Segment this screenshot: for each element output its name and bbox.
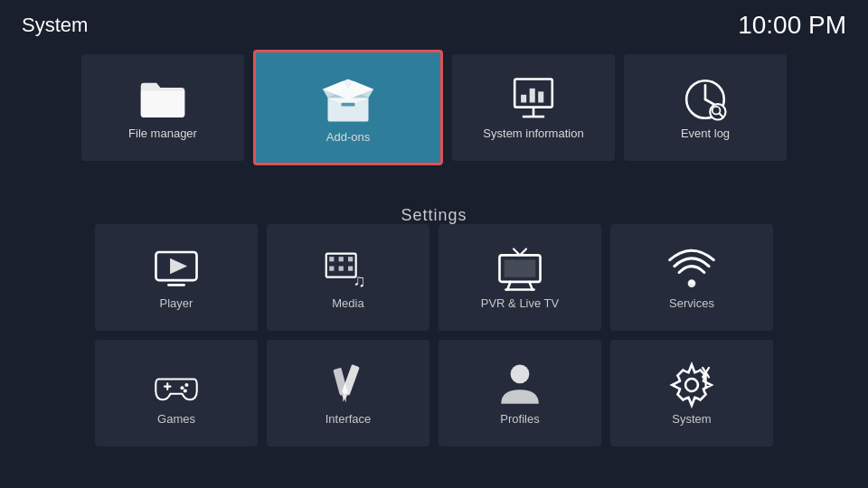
- gamepad-icon: [153, 361, 200, 408]
- svg-rect-21: [339, 266, 344, 270]
- add-ons-label: Add-ons: [326, 130, 370, 144]
- tv-icon: [496, 246, 543, 293]
- media-label: Media: [332, 296, 363, 310]
- profiles-label: Profiles: [500, 412, 539, 426]
- top-row: File manager Add-ons: [0, 50, 868, 165]
- tile-system[interactable]: System: [610, 340, 773, 446]
- system-information-label: System information: [483, 127, 583, 140]
- top-bar: System 10:00 PM: [0, 0, 868, 51]
- file-manager-label: File manager: [128, 127, 197, 140]
- grid-row-2: Games Interface Profiles Syste: [0, 340, 868, 446]
- tile-event-log[interactable]: Event log: [624, 54, 787, 161]
- tile-system-information[interactable]: System information: [452, 54, 615, 161]
- grid-row-1: Player ♫ Media: [0, 224, 868, 331]
- event-log-label: Event log: [681, 127, 730, 140]
- svg-rect-2: [521, 94, 526, 102]
- interface-label: Interface: [326, 412, 372, 426]
- section-label: Settings: [0, 206, 868, 225]
- box-icon: [321, 72, 375, 127]
- tile-pvr[interactable]: PVR & Live TV: [439, 224, 601, 331]
- tile-profiles[interactable]: Profiles: [439, 340, 601, 446]
- player-label: Player: [160, 296, 193, 310]
- play-icon: [153, 246, 200, 293]
- folder-icon: [139, 76, 186, 123]
- tile-file-manager[interactable]: File manager: [81, 54, 244, 161]
- tile-interface[interactable]: Interface: [267, 340, 429, 446]
- games-label: Games: [157, 412, 195, 426]
- tile-add-ons[interactable]: Add-ons: [253, 50, 443, 165]
- media-icon: ♫: [325, 246, 372, 293]
- svg-rect-20: [329, 266, 334, 270]
- svg-marker-14: [170, 258, 187, 273]
- svg-text:♫: ♫: [353, 271, 365, 290]
- svg-rect-0: [342, 102, 355, 106]
- wifi-icon: [668, 246, 715, 293]
- person-icon: [496, 361, 543, 408]
- svg-point-35: [180, 386, 184, 389]
- svg-rect-18: [339, 257, 344, 261]
- svg-rect-17: [329, 257, 334, 261]
- tile-games[interactable]: Games: [95, 340, 258, 446]
- clock-icon: [682, 76, 729, 123]
- tile-player[interactable]: Player: [95, 224, 258, 331]
- svg-rect-22: [348, 266, 353, 270]
- tile-media[interactable]: ♫ Media: [267, 224, 429, 331]
- svg-rect-27: [505, 259, 536, 277]
- svg-rect-19: [348, 257, 353, 261]
- services-label: Services: [669, 296, 714, 310]
- svg-point-36: [184, 389, 187, 392]
- app-title: System: [22, 14, 88, 37]
- svg-rect-3: [530, 88, 535, 102]
- svg-point-41: [511, 364, 530, 383]
- svg-rect-4: [538, 91, 543, 102]
- svg-marker-40: [342, 393, 349, 402]
- svg-point-42: [685, 379, 698, 391]
- system-label: System: [672, 412, 711, 426]
- chart-icon: [510, 76, 557, 123]
- svg-point-34: [184, 382, 188, 386]
- gear-icon: [668, 361, 715, 408]
- svg-point-31: [688, 279, 696, 287]
- clock: 10:00 PM: [738, 11, 846, 40]
- pencil-icon: [325, 361, 372, 408]
- tile-services[interactable]: Services: [610, 224, 773, 331]
- pvr-label: PVR & Live TV: [481, 296, 559, 310]
